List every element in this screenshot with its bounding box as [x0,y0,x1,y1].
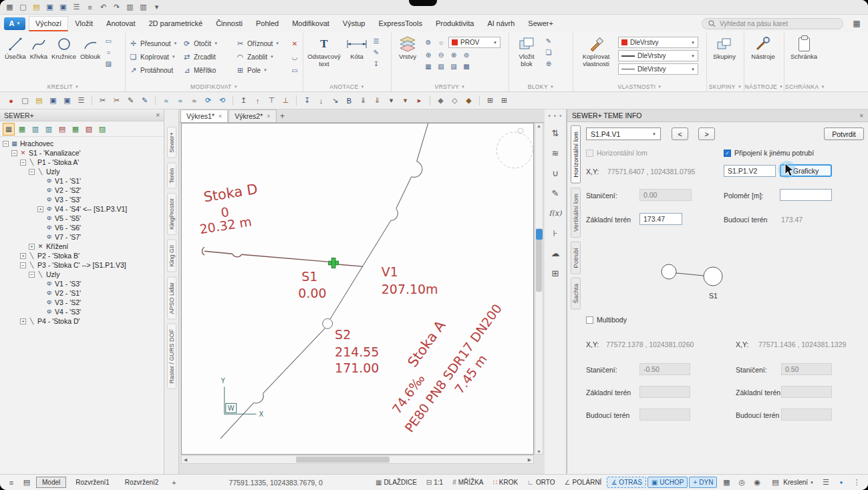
layer-state-icon[interactable]: ☼ [436,38,446,47]
grid-red-icon[interactable]: ▤ [56,123,68,135]
mtext-button[interactable]: T Odstavcový text [305,34,343,70]
create-block-icon[interactable]: ❏ [543,47,554,57]
palette-tab-3[interactable]: KingProstor [167,193,176,235]
modify-button[interactable]: ⊿Měřítko [181,66,235,75]
tree-item[interactable]: −╲P1 - 'Stoka A' [0,158,164,167]
connect-node-input[interactable]: S1.P1.V2 [724,165,776,177]
rotate-cw-icon[interactable]: ⟳ [202,94,214,107]
collapse-icon[interactable]: − [29,272,35,278]
screen-icon[interactable]: ▤ [21,477,33,489]
layer-walk-icon[interactable]: ▩ [461,61,472,71]
lineweight-dropdown[interactable]: DleVrstvy▼ [618,50,698,61]
grid-plus-icon[interactable]: ⊞ [484,94,496,107]
folder-icon[interactable]: ▤ [33,94,45,107]
add-layout-button[interactable]: + [168,477,180,489]
line-button[interactable]: Úsečka [3,34,27,63]
next-node-button[interactable]: > [698,128,715,140]
edit-block-icon[interactable]: ✎ [543,36,554,45]
horizontal-lom-checkbox[interactable]: Horizontální lom [586,149,647,157]
tree-item[interactable]: −▦Hrachovec [0,139,164,148]
vertical-scrollbar[interactable]: ▲▼ [535,123,543,455]
tree-item[interactable]: ΦV3 - 'S3' [0,195,164,204]
multibody-checkbox[interactable]: Multibody [586,316,627,324]
grid-four-icon[interactable]: ⊞ [548,267,563,280]
layers-icon[interactable]: ≋ [548,147,563,160]
layer-on-icon[interactable]: ⊕ [423,50,434,59]
wave-alt-icon[interactable]: ≈ [174,94,186,107]
ribbon-display-icon[interactable]: ▦ [849,17,864,29]
cloud-icon[interactable]: ☁ [548,247,563,260]
modify-button[interactable]: ⊞Pole▼ [235,66,288,75]
caret-down-alt-icon[interactable]: ▾ [399,94,412,107]
app-menu-button[interactable]: A▼ [4,17,25,30]
modify-extra-icon[interactable]: ▭ [288,67,300,74]
tree-item[interactable]: ΦV2 - 'S1' [0,288,164,298]
new-drawing-button[interactable]: + [277,109,288,122]
insert-block-button[interactable]: Vložit blok [511,34,542,70]
arrow-diag-icon[interactable]: ↘ [329,94,341,107]
cut-icon[interactable]: ✂ [96,94,109,107]
modify-extra-icon[interactable]: ✕ [288,40,300,47]
status-menu-icon[interactable]: ⋮ [851,477,863,489]
diamond-open-icon[interactable]: ◇ [448,94,461,107]
confirm-button[interactable]: Potvrdit [824,128,864,140]
panel-label-anotace[interactable]: ANOTACE▼ [305,81,389,91]
ribbon-tab-12[interactable]: Sewer+ [521,16,560,31]
status-toggle-dlazdice[interactable]: ▦DLAŽDICE [372,477,421,488]
expand-icon[interactable]: + [20,318,26,324]
layer-match-icon[interactable]: ▨ [448,61,459,71]
drawing-tab-2[interactable]: Výkres2*× [229,109,276,122]
open-folder-icon[interactable]: ▤ [31,1,42,13]
navigation-wheel[interactable] [496,128,533,168]
swap-arrows-icon[interactable]: ⇅ [548,127,563,140]
tree-item[interactable]: −╲P3 - 'Stoka C' --> [S1.P1.V3] [0,260,164,270]
page-icon[interactable]: ▢ [19,94,31,107]
ribbon-tab-7[interactable]: Modifikovat [285,16,336,31]
collapse-icon[interactable]: − [20,262,26,268]
status-toggle-dyn[interactable]: +DYN [689,477,717,488]
grid-plus-alt-icon[interactable]: ⊞ [498,94,511,107]
grid-mix-icon[interactable]: ▦ [69,123,82,135]
clipboard-button[interactable]: Schránka [786,34,821,63]
arrow-up-icon[interactable]: ↥ [237,94,250,107]
new-file-icon[interactable]: ▢ [17,1,29,13]
arrow-down-alt-icon[interactable]: ↓ [315,94,327,107]
collapse-icon[interactable]: − [20,160,26,166]
notification-dot-icon[interactable]: ● [835,477,847,489]
tree-item[interactable]: ΦV6 - 'S6' [0,223,164,232]
panel-label-modifikovat[interactable]: MODIFIKOVAT▼ [128,81,301,91]
tree-item[interactable]: −╲Uzly [0,270,164,279]
layout-icon[interactable]: ▥ [138,1,149,13]
status-toggle-mrizka[interactable]: #MŘÍŽKA [448,477,487,488]
app-grid-icon[interactable]: ▦ [4,1,15,13]
tee-up-icon[interactable]: ⊤ [265,94,278,107]
isolate-icon[interactable]: ◎ [736,477,748,489]
close-icon[interactable]: × [156,111,160,119]
ribbon-tab-4[interactable]: 2D parametrické [142,16,209,31]
pen-alt-icon[interactable]: ✎ [138,94,151,107]
layer-lock-icon[interactable]: ⊚ [461,50,472,59]
info-tab-1[interactable]: Horizontální lom [571,126,581,184]
tree-item[interactable]: ΦV4 - 'S3' [0,307,164,316]
disk-icon[interactable]: ▣ [47,94,59,107]
modify-button[interactable]: ⇄Zrcadlit [181,53,235,61]
printer-icon[interactable]: ☰ [75,94,88,107]
pen-icon[interactable]: ✎ [124,94,137,107]
status-toggle-orto[interactable]: ∟ORTO [523,477,559,488]
wave-icon[interactable]: ≈ [160,94,172,107]
panel-label-nastroje[interactable]: NÁSTROJE▼ [746,81,782,91]
ribbon-tab-9[interactable]: ExpressTools [372,16,428,31]
arrow-up-alt-icon[interactable]: ↑ [251,94,264,107]
drag-handle-icon[interactable]: • • • [548,112,562,119]
annotation-scale-icon[interactable]: ▦ [720,477,732,489]
palette-tab-4[interactable]: King GII [167,240,176,272]
plot-icon[interactable]: ☰ [820,477,832,489]
circle-button[interactable]: Kružnice [50,34,78,63]
status-toggle-polarni[interactable]: ∠POLÁRNÍ [561,477,606,488]
manhole-s2[interactable] [323,318,333,328]
modify-button[interactable]: ↗Protáhnout [128,66,181,75]
layout1-tab[interactable]: Rozvržení1 [69,477,116,488]
expand-icon[interactable]: + [37,206,43,212]
horizontal-scrollbar[interactable]: ◀▶ [181,455,534,464]
palette-tab-1[interactable]: Sewer+ [167,127,176,158]
